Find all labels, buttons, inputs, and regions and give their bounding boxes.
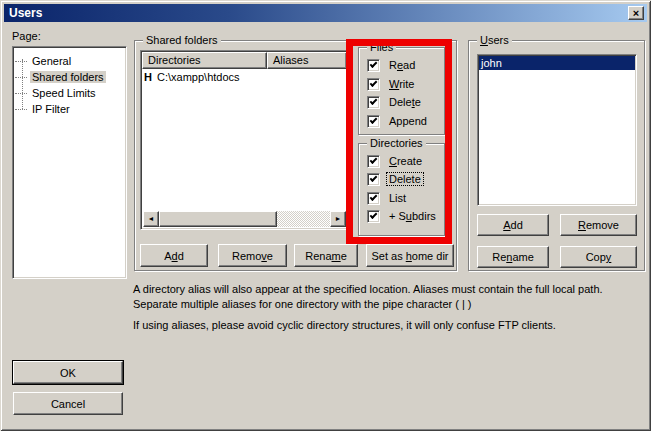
checkbox[interactable] bbox=[367, 210, 380, 223]
checkmark-icon bbox=[370, 174, 378, 182]
directory-path: C:\xampp\htdocs bbox=[157, 71, 240, 83]
copy-user-button[interactable]: Copy bbox=[560, 246, 637, 268]
checkmark-icon bbox=[370, 116, 378, 124]
checkbox[interactable] bbox=[367, 192, 380, 205]
checkmark-icon bbox=[370, 60, 378, 68]
checkbox-label: + Subdirs bbox=[387, 210, 438, 222]
close-button[interactable]: × bbox=[628, 6, 644, 20]
remove-user-button[interactable]: Remove bbox=[560, 214, 637, 236]
sidebar-item-label: Shared folders bbox=[30, 71, 106, 83]
users-dialog: Users × Page: General Shared folders Spe… bbox=[0, 0, 651, 431]
scroll-right-icon: ► bbox=[335, 215, 342, 222]
page-list: General Shared folders Speed Limits IP F… bbox=[12, 46, 127, 279]
shared-folders-group-label: Shared folders bbox=[143, 34, 221, 47]
cancel-button[interactable]: Cancel bbox=[13, 392, 123, 415]
directories-permissions-group: Directories Create Delete List + Subdirs bbox=[358, 143, 445, 236]
checkbox-read[interactable]: Read bbox=[367, 58, 417, 72]
checkbox-create[interactable]: Create bbox=[367, 154, 424, 168]
sidebar-item-label: IP Filter bbox=[30, 103, 72, 115]
checkmark-icon bbox=[370, 211, 378, 219]
add-user-button[interactable]: Add bbox=[477, 214, 549, 236]
checkbox-label: Create bbox=[387, 155, 424, 167]
scroll-right-button[interactable]: ► bbox=[330, 211, 346, 227]
checkbox-label: List bbox=[387, 192, 408, 204]
sidebar-item-label: General bbox=[30, 55, 73, 67]
files-group-label: Files bbox=[367, 41, 396, 54]
close-icon: × bbox=[633, 7, 639, 19]
sidebar-item-speed-limits[interactable]: Speed Limits bbox=[15, 85, 98, 101]
scroll-left-button[interactable]: ◄ bbox=[143, 211, 159, 227]
checkbox[interactable] bbox=[367, 115, 380, 128]
checkbox-label: Delete bbox=[387, 173, 423, 185]
checkbox-append[interactable]: Append bbox=[367, 114, 429, 128]
checkbox-label: Append bbox=[387, 115, 429, 127]
sidebar-item-shared-folders[interactable]: Shared folders bbox=[15, 69, 106, 85]
title-bar: Users × bbox=[4, 4, 647, 22]
page-label: Page: bbox=[12, 30, 41, 42]
horizontal-scrollbar[interactable]: ◄ ► bbox=[143, 211, 346, 227]
scrollbar-thumb[interactable] bbox=[159, 211, 277, 227]
alias-note-2: If using aliases, please avoid cyclic di… bbox=[133, 318, 647, 333]
checkbox-subdirs[interactable]: + Subdirs bbox=[367, 209, 438, 223]
checkbox[interactable] bbox=[367, 59, 380, 72]
window-title: Users bbox=[9, 6, 42, 20]
home-marker: H bbox=[144, 71, 157, 83]
scroll-left-icon: ◄ bbox=[148, 215, 155, 222]
sidebar-item-ip-filter[interactable]: IP Filter bbox=[15, 101, 72, 117]
checkbox-delete-dirs[interactable]: Delete bbox=[367, 172, 423, 186]
column-header-directories[interactable]: Directories bbox=[142, 52, 267, 69]
checkbox-list[interactable]: List bbox=[367, 191, 408, 205]
add-directory-button[interactable]: Add bbox=[140, 244, 208, 267]
checkbox[interactable] bbox=[367, 173, 380, 186]
directory-row[interactable]: H C:\xampp\htdocs bbox=[144, 71, 240, 83]
users-group-label: Users bbox=[477, 34, 512, 47]
checkmark-icon bbox=[370, 156, 378, 164]
remove-directory-button[interactable]: Remove bbox=[218, 244, 287, 267]
checkbox-label: Write bbox=[387, 78, 416, 90]
checkbox-write[interactable]: Write bbox=[367, 77, 416, 91]
checkbox-label: Read bbox=[387, 59, 417, 71]
checkbox[interactable] bbox=[367, 155, 380, 168]
sidebar-item-label: Speed Limits bbox=[30, 87, 98, 99]
listview-header: Directories Aliases bbox=[142, 52, 347, 69]
checkbox-delete-files[interactable]: Delete bbox=[367, 95, 423, 109]
directories-listview: Directories Aliases H C:\xampp\htdocs ◄ … bbox=[140, 50, 349, 230]
rename-directory-button[interactable]: Rename bbox=[294, 244, 358, 267]
set-as-home-dir-button[interactable]: Set as home dir bbox=[366, 244, 454, 267]
checkmark-icon bbox=[370, 193, 378, 201]
checkbox[interactable] bbox=[367, 96, 380, 109]
checkbox[interactable] bbox=[367, 78, 380, 91]
scrollbar-track[interactable] bbox=[277, 211, 330, 227]
ok-button[interactable]: OK bbox=[13, 361, 123, 384]
checkmark-icon bbox=[370, 79, 378, 87]
alias-notes: A directory alias will also appear at th… bbox=[133, 282, 647, 339]
rename-user-button[interactable]: Rename bbox=[477, 246, 549, 268]
directories-group-label: Directories bbox=[367, 137, 426, 150]
alias-note-1: A directory alias will also appear at th… bbox=[133, 282, 647, 312]
users-list: john bbox=[477, 54, 637, 206]
sidebar-item-general[interactable]: General bbox=[15, 53, 73, 69]
checkmark-icon bbox=[370, 97, 378, 105]
files-permissions-group: Files Read Write Delete Append bbox=[358, 47, 445, 135]
checkbox-label: Delete bbox=[387, 96, 423, 108]
user-item-john[interactable]: john bbox=[479, 56, 635, 70]
column-header-aliases[interactable]: Aliases bbox=[267, 52, 347, 69]
